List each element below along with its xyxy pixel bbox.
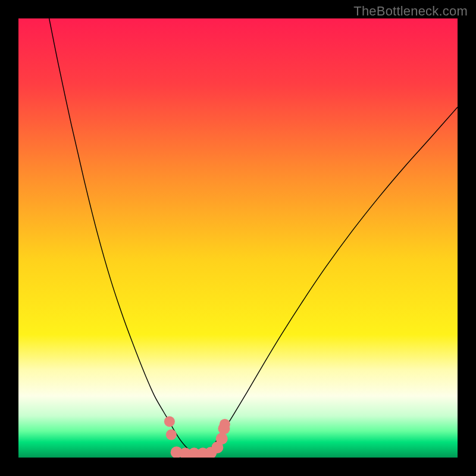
chart-frame: TheBottleneck.com bbox=[0, 0, 476, 476]
chart-background bbox=[18, 18, 458, 458]
watermark-text: TheBottleneck.com bbox=[353, 4, 468, 19]
marker-dot bbox=[216, 433, 228, 444]
chart-plot-area bbox=[18, 18, 458, 458]
marker-dot bbox=[166, 430, 177, 440]
marker-dot bbox=[220, 419, 230, 430]
marker-dot bbox=[164, 416, 175, 427]
chart-svg bbox=[18, 18, 458, 458]
